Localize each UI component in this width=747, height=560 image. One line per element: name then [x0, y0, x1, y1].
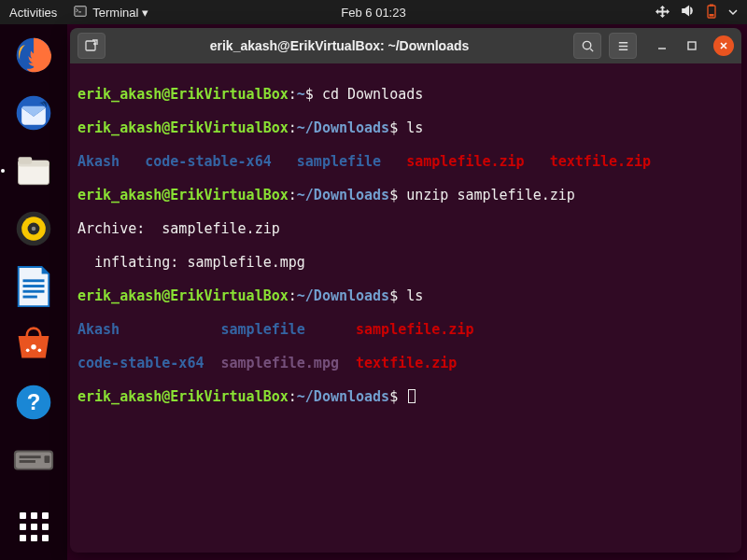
chevron-down-icon[interactable] — [728, 6, 738, 20]
svg-rect-14 — [23, 285, 45, 287]
command-text: unzip samplefile.zip — [398, 187, 575, 203]
launcher-ubuntu-software[interactable] — [10, 321, 57, 368]
command-text: ls — [398, 119, 423, 136]
app-menu-label: Terminal ▾ — [92, 6, 148, 20]
svg-text:?: ? — [27, 389, 41, 414]
menu-button[interactable] — [609, 33, 637, 59]
ls-entry: Akash — [78, 153, 120, 170]
svg-point-19 — [38, 349, 42, 353]
svg-rect-27 — [86, 41, 95, 50]
svg-rect-25 — [20, 460, 35, 463]
ls-entry: textfile.zip — [356, 355, 457, 371]
ls-entry: samplefile — [297, 153, 381, 170]
titlebar: erik_akash@ErikVirtualBox: ~/Downloads — [70, 28, 741, 63]
svg-rect-26 — [45, 455, 50, 463]
svg-point-18 — [26, 349, 30, 353]
ls-entry: samplefile.zip — [406, 153, 524, 170]
command-text: cd Downloads — [314, 86, 423, 103]
top-panel: Activities Terminal ▾ Feb 6 01:23 — [0, 0, 747, 24]
ls-entry: code-stable-x64 — [78, 355, 204, 371]
battery-icon[interactable] — [706, 4, 717, 21]
ls-entry: samplefile.zip — [356, 321, 473, 338]
ls-entry: code-stable-x64 — [145, 153, 271, 170]
clock[interactable]: Feb 6 01:23 — [341, 6, 405, 20]
output-line: inflating: samplefile.mpg — [78, 254, 305, 271]
launcher-rhythmbox[interactable] — [10, 205, 57, 252]
svg-rect-2 — [710, 4, 713, 6]
window-title: erik_akash@ErikVirtualBox: ~/Downloads — [113, 38, 566, 53]
svg-point-17 — [31, 344, 35, 349]
svg-point-12 — [32, 227, 36, 231]
launcher-libreoffice-writer[interactable] — [10, 263, 57, 310]
maximize-button[interactable] — [684, 37, 700, 54]
volume-icon[interactable] — [681, 4, 695, 21]
new-tab-button[interactable] — [78, 33, 106, 59]
launcher-files[interactable] — [10, 147, 57, 194]
svg-rect-0 — [75, 6, 86, 16]
terminal-icon — [74, 5, 87, 21]
svg-rect-29 — [688, 42, 696, 49]
show-applications-button[interactable] — [15, 508, 52, 545]
output-line: Archive: samplefile.zip — [78, 220, 280, 237]
svg-rect-15 — [23, 290, 45, 293]
dock: ? — [0, 24, 67, 560]
network-icon[interactable] — [655, 4, 669, 21]
ls-entry: samplefile — [221, 321, 305, 338]
minimize-button[interactable] — [654, 37, 670, 54]
svg-rect-3 — [710, 14, 714, 17]
ls-entry: samplefile.mpg — [221, 355, 339, 371]
svg-point-28 — [583, 41, 590, 49]
terminal-window: erik_akash@ErikVirtualBox: ~/Downloads e… — [70, 28, 741, 553]
ls-entry: Akash — [78, 321, 120, 338]
launcher-thunderbird[interactable] — [10, 90, 57, 136]
app-menu[interactable]: Terminal ▾ — [74, 5, 148, 21]
terminal-output[interactable]: erik_akash@ErikVirtualBox:~$ cd Download… — [70, 63, 741, 553]
prompt-path: ~ — [297, 86, 305, 103]
svg-rect-8 — [19, 157, 33, 163]
system-tray[interactable] — [655, 4, 738, 21]
close-button[interactable] — [713, 35, 734, 56]
command-text: ls — [398, 287, 423, 304]
launcher-disk-utility[interactable] — [10, 437, 57, 483]
prompt-user: erik_akash@ErikVirtualBox — [78, 86, 289, 103]
svg-rect-13 — [23, 279, 45, 282]
ls-entry: textfile.zip — [550, 153, 651, 170]
activities-button[interactable]: Activities — [9, 6, 57, 20]
svg-rect-24 — [20, 455, 41, 458]
search-button[interactable] — [573, 33, 601, 59]
launcher-help[interactable]: ? — [10, 379, 57, 426]
launcher-firefox[interactable] — [10, 32, 57, 78]
cursor — [408, 389, 416, 403]
svg-rect-16 — [23, 296, 37, 299]
